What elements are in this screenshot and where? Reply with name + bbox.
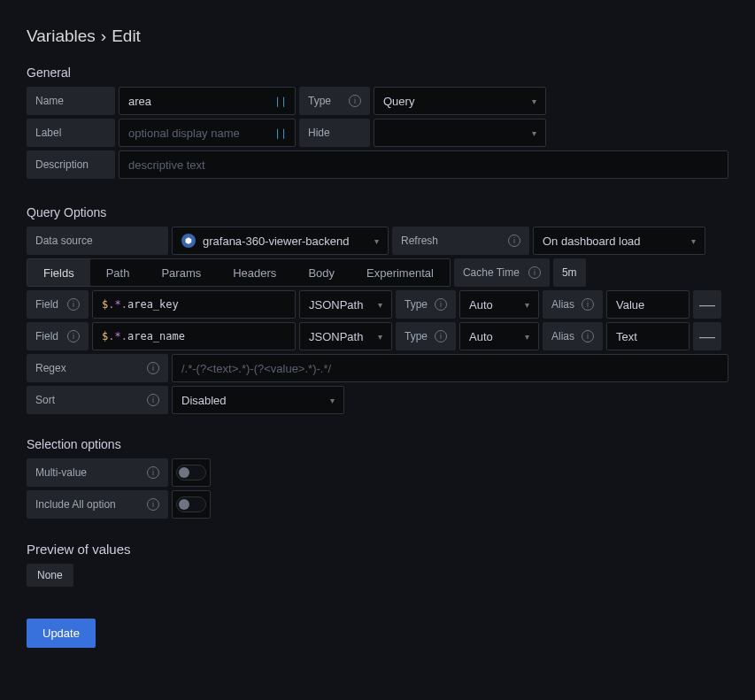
info-icon[interactable]: i <box>435 330 447 342</box>
label-field-type: Typei <box>396 290 456 319</box>
chevron-down-icon: ▾ <box>532 128 536 138</box>
label-name: Name <box>27 87 115 115</box>
info-icon[interactable]: i <box>67 298 80 311</box>
chevron-down-icon: ▾ <box>532 96 536 106</box>
alias-input[interactable] <box>606 290 690 319</box>
chevron-down-icon: ▾ <box>525 332 529 342</box>
section-general: General <box>27 65 728 80</box>
info-icon[interactable]: i <box>508 235 520 247</box>
preview-value-tag: None <box>27 564 73 587</box>
chevron-down-icon: ▾ <box>691 236 696 246</box>
label-field: Fieldi <box>27 322 89 350</box>
tab-body[interactable]: Body <box>292 259 351 286</box>
label-sort: Sorti <box>27 386 168 414</box>
remove-field-button[interactable]: — <box>693 322 721 350</box>
label-regex: Regexi <box>27 354 168 382</box>
cachetime-value[interactable]: 5m <box>553 258 586 287</box>
tab-path[interactable]: Path <box>90 259 146 286</box>
info-icon[interactable]: i <box>147 498 159 511</box>
tab-fields[interactable]: Fields <box>27 259 90 286</box>
section-query: Query Options <box>27 205 728 219</box>
hide-select[interactable]: ▾ <box>374 119 546 147</box>
regex-input[interactable] <box>181 355 719 381</box>
section-selection: Selection options <box>27 437 728 451</box>
info-icon[interactable]: i <box>147 362 159 374</box>
remove-field-button[interactable]: — <box>693 290 721 319</box>
field-type-select[interactable]: Auto▾ <box>459 290 539 319</box>
template-icon: ❘❘ <box>268 96 286 107</box>
label-datasource: Data source <box>27 227 168 255</box>
page-title: Variables›Edit <box>27 27 728 46</box>
query-tabs: Fields Path Params Headers Body Experime… <box>27 258 451 287</box>
includeall-toggle[interactable] <box>176 496 206 512</box>
info-icon[interactable]: i <box>349 95 361 107</box>
regex-input-wrap[interactable] <box>172 354 728 382</box>
label-includeall: Include All optioni <box>27 490 168 519</box>
label-multivalue: Multi-valuei <box>27 458 168 487</box>
label-input[interactable] <box>128 119 268 146</box>
info-icon[interactable]: i <box>67 330 80 342</box>
chevron-down-icon: ▾ <box>525 300 529 310</box>
info-icon[interactable]: i <box>582 330 594 342</box>
label-alias: Aliasi <box>543 322 603 350</box>
info-icon[interactable]: i <box>528 266 541 279</box>
template-icon: ❘❘ <box>268 127 286 139</box>
field-lang-select[interactable]: JSONPath▾ <box>299 290 392 319</box>
label-hide: Hide <box>299 119 370 147</box>
chevron-down-icon: ▾ <box>330 396 335 405</box>
sort-select[interactable]: Disabled▾ <box>172 386 344 414</box>
label-field-type: Typei <box>396 322 456 350</box>
tab-params[interactable]: Params <box>145 259 217 286</box>
datasource-select[interactable]: ⬢grafana-360-viewer-backend ▾ <box>172 227 389 255</box>
info-icon[interactable]: i <box>435 298 447 311</box>
breadcrumb-leaf: Edit <box>112 27 141 45</box>
label-label: Label <box>27 119 115 147</box>
alias-input[interactable] <box>606 322 690 350</box>
label-cachetime: Cache Timei <box>454 258 550 287</box>
name-input[interactable] <box>128 88 268 114</box>
field-expr-input[interactable]: $.*.area_key <box>92 290 296 319</box>
label-input-wrap[interactable]: ❘❘ <box>119 119 296 147</box>
info-icon[interactable]: i <box>147 394 159 406</box>
multivalue-toggle[interactable] <box>176 465 206 481</box>
label-refresh: Refreshi <box>392 227 529 255</box>
update-button[interactable]: Update <box>27 619 96 648</box>
info-icon[interactable]: i <box>147 466 159 479</box>
info-icon[interactable]: i <box>582 298 594 311</box>
multivalue-toggle-wrap[interactable] <box>172 458 211 487</box>
description-input[interactable] <box>128 151 719 178</box>
label-alias: Aliasi <box>543 290 603 319</box>
label-field: Fieldi <box>27 290 89 319</box>
breadcrumb-root: Variables <box>27 27 96 45</box>
breadcrumb-sep: › <box>101 27 106 45</box>
name-input-wrap[interactable]: ❘❘ <box>119 87 296 115</box>
field-lang-select[interactable]: JSONPath▾ <box>299 322 392 350</box>
chevron-down-icon: ▾ <box>378 300 382 310</box>
includeall-toggle-wrap[interactable] <box>172 490 211 519</box>
label-type: Typei <box>299 87 370 115</box>
section-preview: Preview of values <box>27 542 728 557</box>
datasource-icon: ⬢ <box>181 234 196 248</box>
field-type-select[interactable]: Auto▾ <box>459 322 539 350</box>
label-description: Description <box>27 150 115 179</box>
refresh-select[interactable]: On dashboard load▾ <box>533 227 705 255</box>
tab-experimental[interactable]: Experimental <box>351 259 450 286</box>
field-expr-input[interactable]: $.*.area_name <box>92 322 296 350</box>
description-input-wrap[interactable] <box>119 150 728 179</box>
chevron-down-icon: ▾ <box>374 236 379 246</box>
type-select[interactable]: Query▾ <box>374 87 546 115</box>
chevron-down-icon: ▾ <box>378 332 382 342</box>
tab-headers[interactable]: Headers <box>217 259 292 286</box>
